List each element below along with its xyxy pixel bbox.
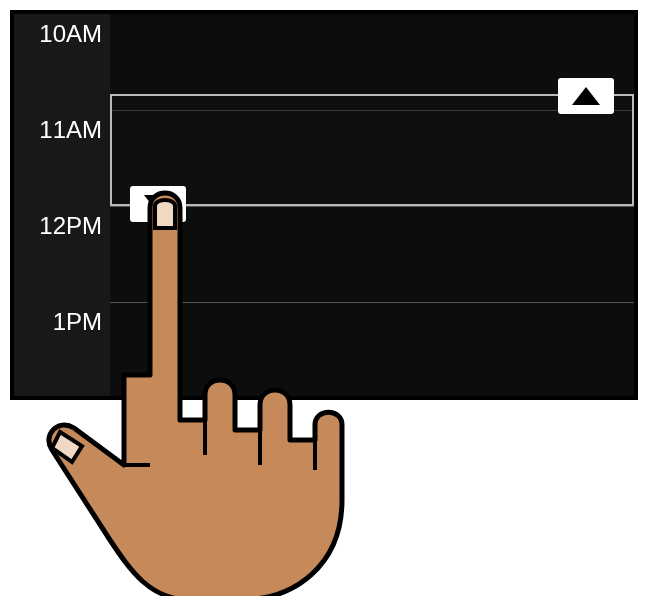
time-label: 12PM [39,212,102,240]
calendar-event[interactable] [110,94,634,206]
calendar-day-view: 10AM 11AM 12PM 1PM [10,10,638,400]
event-resize-end-handle[interactable] [130,186,186,222]
triangle-down-icon [144,195,172,213]
time-label: 10AM [39,20,102,48]
hour-divider [110,206,634,207]
time-label: 11AM [39,116,102,144]
triangle-up-icon [572,87,600,105]
hour-divider [110,302,634,303]
event-resize-start-handle[interactable] [558,78,614,114]
calendar-grid[interactable] [110,14,634,396]
time-gutter: 10AM 11AM 12PM 1PM [14,14,110,396]
time-label: 1PM [53,308,102,336]
